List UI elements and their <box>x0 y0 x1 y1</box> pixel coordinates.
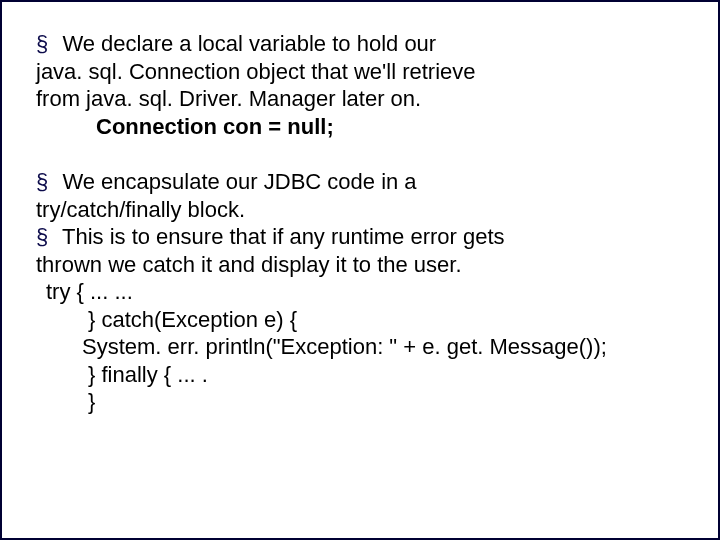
p1-code: Connection con = null; <box>36 114 334 139</box>
p2-code1: try { ... ... <box>36 279 133 304</box>
bullet-icon: § <box>36 169 48 194</box>
bullet-icon: § <box>36 31 48 56</box>
p1-line1: We declare a local variable to hold our <box>62 31 436 56</box>
p1-line2: java. sql. Connection object that we'll … <box>36 59 476 84</box>
bullet-icon: § <box>36 224 48 249</box>
slide: § We declare a local variable to hold ou… <box>0 0 720 540</box>
p2-line4: thrown we catch it and display it to the… <box>36 252 462 277</box>
p2-code4: } finally { ... . <box>36 362 208 387</box>
p2-line2: try/catch/finally block. <box>36 197 245 222</box>
paragraph-1: § We declare a local variable to hold ou… <box>36 30 684 140</box>
p2-code2: } catch(Exception e) { <box>36 307 297 332</box>
p2-code3: System. err. println("Exception: " + e. … <box>36 334 607 359</box>
p2-code5: } <box>36 389 95 414</box>
p1-line3: from java. sql. Driver. Manager later on… <box>36 86 421 111</box>
p2-line3: This is to ensure that if any runtime er… <box>62 224 505 249</box>
p2-line1: We encapsulate our JDBC code in a <box>62 169 416 194</box>
paragraph-2: § We encapsulate our JDBC code in a try/… <box>36 168 684 416</box>
